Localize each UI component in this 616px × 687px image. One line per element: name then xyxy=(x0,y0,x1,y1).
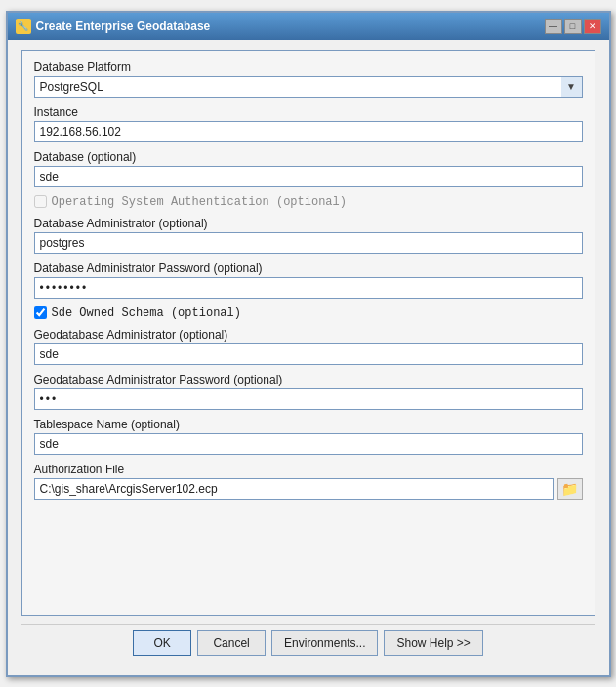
content-area: Database Platform PostgreSQL Oracle SQL … xyxy=(8,40,609,675)
main-window: 🔧 Create Enterprise Geodatabase — □ ✕ Da… xyxy=(6,11,611,677)
geo-admin-password-group: Geodatabase Administrator Password (opti… xyxy=(34,373,583,410)
title-bar-left: 🔧 Create Enterprise Geodatabase xyxy=(16,19,211,34)
db-admin-password-group: Database Administrator Password (optiona… xyxy=(34,262,583,299)
sde-owned-row: Sde Owned Schema (optional) xyxy=(34,306,583,320)
sde-owned-label: Sde Owned Schema (optional) xyxy=(52,306,241,320)
database-label: Database (optional) xyxy=(34,150,583,164)
scrollable-form: Database Platform PostgreSQL Oracle SQL … xyxy=(21,50,595,616)
tablespace-input[interactable] xyxy=(34,433,583,455)
db-admin-password-input[interactable] xyxy=(34,277,583,299)
os-auth-row: Operating System Authentication (optiona… xyxy=(34,195,583,209)
auth-file-input[interactable] xyxy=(34,478,554,500)
ok-button[interactable]: OK xyxy=(133,630,191,656)
instance-group: Instance xyxy=(34,105,583,142)
geo-admin-password-input[interactable] xyxy=(34,388,583,410)
os-auth-checkbox[interactable] xyxy=(34,195,47,208)
database-platform-group: Database Platform PostgreSQL Oracle SQL … xyxy=(34,61,583,98)
geo-admin-input[interactable] xyxy=(34,344,583,365)
database-input[interactable] xyxy=(34,166,583,187)
environments-button[interactable]: Environments... xyxy=(271,630,378,656)
window-icon: 🔧 xyxy=(16,19,31,34)
geo-admin-label: Geodatabase Administrator (optional) xyxy=(34,328,583,342)
restore-button[interactable]: □ xyxy=(564,19,582,34)
db-admin-group: Database Administrator (optional) xyxy=(34,217,583,254)
title-bar: 🔧 Create Enterprise Geodatabase — □ ✕ xyxy=(8,13,609,40)
database-platform-select[interactable]: PostgreSQL Oracle SQL Server xyxy=(34,76,583,98)
folder-icon: 📁 xyxy=(561,481,578,497)
geo-admin-password-label: Geodatabase Administrator Password (opti… xyxy=(34,373,583,386)
bottom-bar: OK Cancel Environments... Show Help >> xyxy=(21,624,595,666)
instance-label: Instance xyxy=(34,105,583,119)
auth-file-group: Authorization File 📁 xyxy=(34,463,583,500)
tablespace-label: Tablespace Name (optional) xyxy=(34,418,583,431)
auth-file-label: Authorization File xyxy=(34,463,583,476)
db-admin-password-label: Database Administrator Password (optiona… xyxy=(34,262,583,275)
window-title: Create Enterprise Geodatabase xyxy=(36,20,211,33)
db-admin-input[interactable] xyxy=(34,232,583,254)
instance-input[interactable] xyxy=(34,121,583,142)
geo-admin-group: Geodatabase Administrator (optional) xyxy=(34,328,583,365)
tablespace-group: Tablespace Name (optional) xyxy=(34,418,583,455)
close-button[interactable]: ✕ xyxy=(584,19,601,34)
os-auth-label: Operating System Authentication (optiona… xyxy=(52,195,347,209)
auth-file-row: 📁 xyxy=(34,478,583,500)
title-controls: — □ ✕ xyxy=(545,19,601,34)
database-platform-dropdown-wrapper: PostgreSQL Oracle SQL Server ▼ xyxy=(34,76,583,98)
db-admin-label: Database Administrator (optional) xyxy=(34,217,583,230)
cancel-button[interactable]: Cancel xyxy=(197,630,266,656)
show-help-button[interactable]: Show Help >> xyxy=(384,630,482,656)
database-group: Database (optional) xyxy=(34,150,583,187)
spacer xyxy=(34,507,583,513)
sde-owned-checkbox[interactable] xyxy=(34,306,47,319)
database-platform-label: Database Platform xyxy=(34,61,583,74)
minimize-button[interactable]: — xyxy=(545,19,562,34)
browse-button[interactable]: 📁 xyxy=(557,478,583,500)
